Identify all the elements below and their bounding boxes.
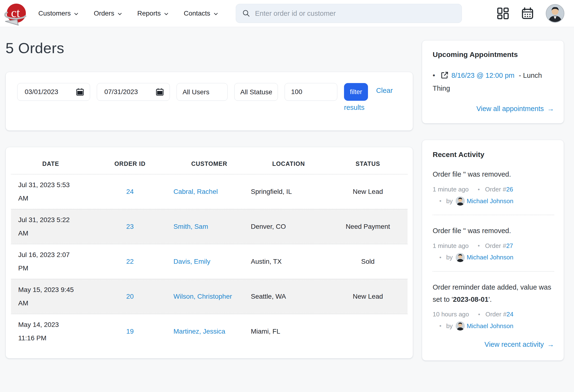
dot-separator: • bbox=[478, 186, 480, 193]
customer-link[interactable]: Wilson, Christopher bbox=[173, 293, 232, 300]
view-all-appointments-link[interactable]: View all appointments→ bbox=[433, 105, 554, 113]
main-nav: Customers Orders Reports Contacts bbox=[38, 10, 219, 17]
external-link-icon bbox=[441, 71, 449, 79]
order-date: Jul 16, 2023 2:07 PM bbox=[11, 248, 90, 275]
nav-orders[interactable]: Orders bbox=[94, 10, 123, 17]
dashboard-grid-icon[interactable] bbox=[497, 7, 509, 20]
order-status: New Lead bbox=[328, 293, 408, 300]
nav-reports[interactable]: Reports bbox=[137, 10, 169, 17]
column-header-order-id: ORDER ID bbox=[90, 160, 170, 167]
divider bbox=[433, 215, 554, 215]
customer-link[interactable]: Davis, Emily bbox=[173, 258, 210, 265]
order-date: Jul 31, 2023 5:22 AM bbox=[11, 213, 90, 240]
activity-time: 1 minute ago bbox=[433, 186, 469, 193]
user-avatar[interactable] bbox=[546, 4, 564, 23]
order-status: New Lead bbox=[328, 188, 408, 196]
appointments-title: Upcoming Appointments bbox=[433, 51, 554, 59]
activity-meta: 1 minute ago • Order #26 bbox=[433, 186, 554, 193]
table-row: May 15, 2023 9:45 AM 20 Wilson, Christop… bbox=[11, 279, 408, 314]
search-icon bbox=[242, 9, 250, 18]
nav-contacts-label: Contacts bbox=[184, 10, 210, 17]
start-date-value: 03/01/2023 bbox=[25, 88, 58, 96]
search-input[interactable] bbox=[255, 10, 455, 18]
nav-customers-label: Customers bbox=[38, 10, 71, 17]
calendar-icon bbox=[76, 88, 84, 96]
dot-separator: • bbox=[478, 243, 480, 249]
order-id-cell: 24 bbox=[90, 188, 170, 196]
order-location: Denver, CO bbox=[249, 223, 328, 230]
order-ref-link[interactable]: 26 bbox=[506, 186, 513, 193]
activity-byline: • by Michael Johnson bbox=[433, 196, 554, 205]
order-id-link[interactable]: 22 bbox=[126, 258, 134, 265]
order-ref-label: Order # bbox=[485, 311, 506, 318]
by-label: by bbox=[446, 254, 452, 261]
start-date-input[interactable]: 03/01/2023 bbox=[17, 83, 90, 101]
activity-text: Order reminder date added, value was set… bbox=[433, 281, 554, 306]
order-date: May 15, 2023 9:45 AM bbox=[11, 283, 90, 310]
table-row: May 14, 2023 11:16 PM 19 Martinez, Jessi… bbox=[11, 314, 408, 349]
filter-button[interactable]: filter bbox=[344, 83, 368, 101]
order-ref-link[interactable]: 24 bbox=[506, 311, 513, 318]
dot-separator: • bbox=[478, 311, 480, 318]
chevron-down-icon bbox=[164, 11, 169, 17]
page-content: 5 Orders 03/01/2023 07/31/2023 bbox=[0, 27, 574, 361]
column-header-date: DATE bbox=[11, 160, 90, 167]
customer-cell: Wilson, Christopher bbox=[170, 293, 249, 300]
column-header-customer: CUSTOMER bbox=[170, 160, 249, 167]
activity-value: 2023-08-01 bbox=[453, 296, 489, 303]
arrow-right-icon: → bbox=[547, 340, 554, 348]
activity-byline: • by Michael Johnson bbox=[433, 253, 554, 262]
customer-cell: Davis, Emily bbox=[170, 258, 249, 265]
filter-actions: filterClear results bbox=[344, 83, 401, 116]
status-select[interactable]: All Statuses bbox=[234, 83, 278, 101]
activity-user-link[interactable]: Michael Johnson bbox=[467, 254, 513, 261]
orders-table: DATE ORDER ID CUSTOMER LOCATION STATUS J… bbox=[5, 147, 413, 358]
table-row: Jul 16, 2023 2:07 PM 22 Davis, Emily Aus… bbox=[11, 244, 408, 279]
arrow-right-icon: → bbox=[547, 105, 554, 112]
appointment-link[interactable]: 8/16/23 @ 12:00 pm bbox=[451, 72, 514, 79]
customer-link[interactable]: Cabral, Rachel bbox=[173, 188, 218, 195]
order-id-cell: 23 bbox=[90, 223, 170, 230]
calendar-icon bbox=[156, 88, 164, 96]
upcoming-appointments-card: Upcoming Appointments • 8/16/23 @ 12:00 … bbox=[422, 40, 564, 124]
order-status: Need Payment bbox=[328, 223, 408, 230]
nav-customers[interactable]: Customers bbox=[38, 10, 79, 17]
app-logo[interactable]: ct bbox=[4, 2, 27, 27]
recent-activity-card: Recent Activity Order file '' was remove… bbox=[422, 140, 564, 361]
order-id-link[interactable]: 20 bbox=[126, 293, 134, 300]
order-location: Austin, TX bbox=[249, 258, 328, 265]
activity-text: Order file '' was removed. bbox=[433, 168, 554, 180]
activity-byline: • by Michael Johnson bbox=[433, 321, 554, 331]
column-header-status: STATUS bbox=[328, 160, 408, 167]
global-search bbox=[236, 4, 462, 23]
order-id-link[interactable]: 19 bbox=[126, 328, 134, 335]
dot-separator: • bbox=[439, 254, 441, 261]
activity-text: Order file '' was removed. bbox=[433, 225, 554, 237]
dot-separator: • bbox=[439, 323, 441, 329]
appointment-item: • 8/16/23 @ 12:00 pm - Lunch Thing bbox=[433, 69, 554, 95]
activity-user-link[interactable]: Michael Johnson bbox=[467, 197, 513, 205]
order-id-link[interactable]: 23 bbox=[126, 223, 134, 230]
table-row: Jul 31, 2023 5:53 AM 24 Cabral, Rachel S… bbox=[11, 174, 408, 209]
order-ref-link[interactable]: 27 bbox=[506, 242, 513, 250]
end-date-input[interactable]: 07/31/2023 bbox=[97, 83, 170, 101]
dot-separator: • bbox=[439, 198, 441, 204]
table-body: Jul 31, 2023 5:53 AM 24 Cabral, Rachel S… bbox=[11, 174, 408, 349]
nav-orders-label: Orders bbox=[94, 10, 114, 17]
order-id-link[interactable]: 24 bbox=[126, 188, 134, 195]
users-select[interactable]: All Users bbox=[177, 83, 227, 101]
activity-user-link[interactable]: Michael Johnson bbox=[467, 322, 513, 330]
order-id-cell: 20 bbox=[90, 293, 170, 300]
header-icons bbox=[497, 4, 564, 23]
limit-input[interactable] bbox=[285, 83, 337, 101]
order-status: Sold bbox=[328, 258, 408, 265]
activity-item: Order file '' was removed. 1 minute ago … bbox=[433, 168, 554, 205]
nav-contacts[interactable]: Contacts bbox=[184, 10, 219, 17]
calendar-icon[interactable] bbox=[521, 7, 534, 20]
customer-link[interactable]: Martinez, Jessica bbox=[173, 328, 225, 335]
order-date: Jul 31, 2023 5:53 AM bbox=[11, 178, 90, 205]
activity-meta: 10 hours ago • Order #24 bbox=[433, 311, 554, 318]
table-header-row: DATE ORDER ID CUSTOMER LOCATION STATUS bbox=[11, 153, 408, 174]
customer-link[interactable]: Smith, Sam bbox=[173, 223, 208, 230]
view-recent-activity-link[interactable]: View recent activity→ bbox=[433, 340, 554, 348]
